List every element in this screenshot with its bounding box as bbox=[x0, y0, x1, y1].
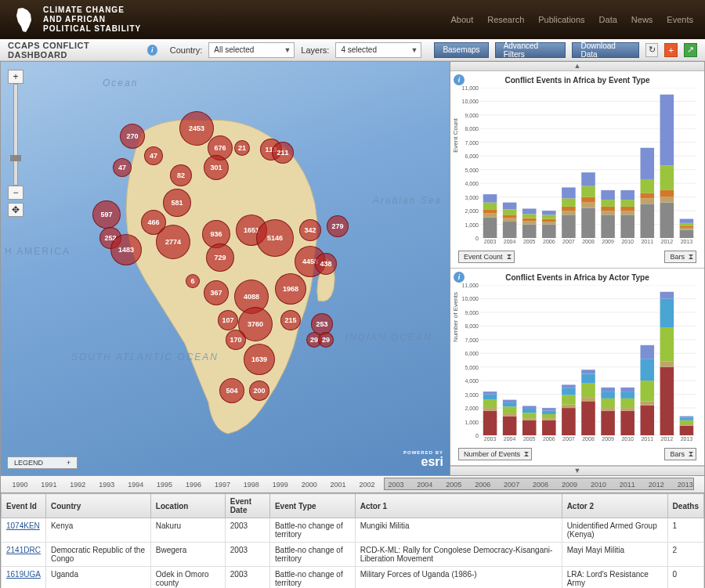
pan-button[interactable]: ✥ bbox=[8, 203, 24, 217]
basemaps-button[interactable]: Basemaps bbox=[434, 42, 488, 58]
info-icon[interactable]: i bbox=[454, 74, 465, 85]
zoom-slider[interactable] bbox=[13, 84, 18, 186]
zoom-in-button[interactable]: + bbox=[8, 70, 24, 84]
column-header[interactable]: Event Date bbox=[225, 494, 269, 518]
refresh-icon[interactable]: ↻ bbox=[645, 43, 659, 57]
column-header[interactable]: Actor 2 bbox=[562, 494, 667, 518]
add-icon[interactable]: + bbox=[664, 43, 678, 57]
conflict-bubble[interactable]: 6 bbox=[186, 274, 200, 288]
conflict-bubble[interactable]: 1483 bbox=[110, 234, 142, 265]
column-header[interactable]: Event Id bbox=[2, 494, 46, 518]
conflict-bubble[interactable]: 107 bbox=[218, 310, 238, 330]
map-panel[interactable]: OceanH AMERICASOUTH ATLANTIC OCEANINDIAN… bbox=[0, 61, 450, 476]
x-tick: 2005 bbox=[523, 436, 536, 442]
nav-publications[interactable]: Publications bbox=[538, 15, 584, 24]
metric-dropdown[interactable]: Event Count bbox=[458, 251, 515, 263]
nav-data[interactable]: Data bbox=[599, 15, 617, 24]
conflict-bubble[interactable]: 47 bbox=[144, 146, 163, 165]
svg-rect-105 bbox=[581, 397, 595, 401]
conflict-bubble[interactable]: 29 bbox=[318, 332, 334, 348]
conflict-bubble[interactable]: 729 bbox=[206, 243, 234, 272]
event-id-link[interactable]: 1619UGA bbox=[2, 567, 46, 589]
table-cell: Mayi Mayi Militia bbox=[562, 543, 667, 567]
nav-news[interactable]: News bbox=[631, 15, 653, 24]
column-header[interactable]: Actor 1 bbox=[355, 494, 562, 518]
timeline-selection[interactable] bbox=[384, 478, 693, 490]
x-tick: 2008 bbox=[582, 239, 595, 244]
conflict-bubble[interactable]: 2453 bbox=[179, 111, 214, 146]
conflict-bubble[interactable]: 270 bbox=[120, 124, 145, 149]
collapse-up-bar[interactable]: ▲ bbox=[450, 62, 704, 71]
conflict-bubble[interactable]: 342 bbox=[299, 219, 321, 241]
svg-rect-121 bbox=[640, 381, 654, 401]
table-cell: LRA: Lord's Resistance Army bbox=[562, 567, 667, 589]
chart-area: 01,0002,0003,0004,0005,0006,0007,0008,00… bbox=[480, 88, 696, 238]
conflict-bubble[interactable]: 170 bbox=[226, 330, 246, 350]
svg-rect-58 bbox=[660, 197, 674, 203]
nav-about[interactable]: About bbox=[450, 15, 473, 24]
conflict-bubble[interactable]: 367 bbox=[204, 280, 229, 305]
conflict-bubble[interactable]: 211 bbox=[272, 142, 294, 164]
conflict-bubble[interactable]: 597 bbox=[92, 200, 121, 229]
event-id-link[interactable]: 1074KEN bbox=[2, 518, 46, 543]
conflict-bubble[interactable]: 581 bbox=[163, 189, 191, 217]
table-cell: 1 bbox=[667, 518, 703, 543]
conflict-bubble[interactable]: 215 bbox=[280, 310, 301, 330]
conflict-bubble[interactable]: 1968 bbox=[275, 273, 306, 305]
column-header[interactable]: Location bbox=[150, 494, 225, 518]
info-icon[interactable]: i bbox=[454, 272, 465, 283]
svg-rect-65 bbox=[680, 223, 694, 225]
collapse-down-bar[interactable]: ▼ bbox=[450, 466, 704, 475]
event-id-link[interactable]: 2141DRC bbox=[2, 543, 46, 567]
column-header[interactable]: Event Type bbox=[269, 494, 355, 518]
svg-rect-126 bbox=[660, 327, 674, 362]
conflict-bubble[interactable]: 1639 bbox=[244, 344, 275, 375]
conflict-bubble[interactable]: 200 bbox=[249, 381, 269, 401]
svg-rect-84 bbox=[503, 417, 517, 435]
column-header[interactable]: Country bbox=[45, 494, 150, 518]
conflict-bubble[interactable]: 301 bbox=[204, 155, 229, 180]
svg-rect-122 bbox=[640, 359, 654, 381]
svg-rect-59 bbox=[660, 190, 674, 197]
advanced-filters-button[interactable]: Advanced Filters bbox=[495, 42, 566, 58]
svg-rect-40 bbox=[581, 186, 595, 197]
conflict-bubble[interactable]: 438 bbox=[315, 253, 337, 275]
charttype-dropdown[interactable]: Bars bbox=[664, 448, 696, 460]
conflict-bubble[interactable]: 47 bbox=[113, 158, 132, 177]
conflict-bubble[interactable]: 504 bbox=[219, 378, 244, 403]
column-header[interactable]: Deaths bbox=[667, 494, 703, 518]
nav-events[interactable]: Events bbox=[667, 15, 693, 24]
nav-research[interactable]: Research bbox=[487, 15, 524, 24]
svg-rect-38 bbox=[581, 203, 595, 208]
metric-dropdown[interactable]: Number of Events bbox=[458, 448, 532, 460]
conflict-bubble[interactable]: 82 bbox=[170, 164, 192, 186]
country-dropdown[interactable]: All selected ▼ bbox=[208, 42, 295, 58]
conflict-bubble[interactable]: 5146 bbox=[256, 219, 294, 257]
info-icon[interactable]: i bbox=[147, 45, 157, 56]
x-tick: 2009 bbox=[602, 239, 614, 244]
charttype-dropdown[interactable]: Bars bbox=[664, 251, 696, 263]
dashboard-toolbar: CCAPS CONFLICT DASHBOARD i Country: All … bbox=[0, 39, 705, 61]
conflict-bubble[interactable]: 2774 bbox=[156, 225, 190, 259]
svg-rect-81 bbox=[483, 400, 497, 408]
charts-panel: ▲ i Conflict Events in Africa by Event T… bbox=[450, 61, 705, 476]
timeline-slider[interactable]: 1990199119921993199419951996199719981999… bbox=[0, 476, 705, 493]
svg-rect-90 bbox=[522, 418, 537, 420]
table-cell: Uganda bbox=[45, 567, 150, 589]
svg-rect-114 bbox=[620, 411, 634, 435]
table-cell: 2003 bbox=[225, 567, 269, 589]
app-header: CLIMATE CHANGE AND AFRICAN POLITICAL STA… bbox=[0, 0, 705, 39]
layers-dropdown[interactable]: 4 selected ▼ bbox=[335, 42, 421, 58]
svg-rect-57 bbox=[660, 203, 674, 238]
conflict-bubble[interactable]: 279 bbox=[327, 215, 349, 237]
svg-rect-83 bbox=[483, 391, 497, 394]
conflict-bubble[interactable]: 21 bbox=[234, 140, 250, 156]
download-data-button[interactable]: Download Data bbox=[572, 42, 638, 58]
zoom-thumb[interactable] bbox=[10, 155, 21, 161]
share-icon[interactable]: ↗ bbox=[684, 43, 697, 57]
timeline-year: 1992 bbox=[63, 481, 92, 489]
svg-rect-19 bbox=[503, 215, 517, 218]
svg-rect-60 bbox=[660, 165, 674, 189]
zoom-out-button[interactable]: − bbox=[8, 186, 24, 200]
legend-toggle[interactable]: LEGEND + bbox=[7, 456, 78, 469]
